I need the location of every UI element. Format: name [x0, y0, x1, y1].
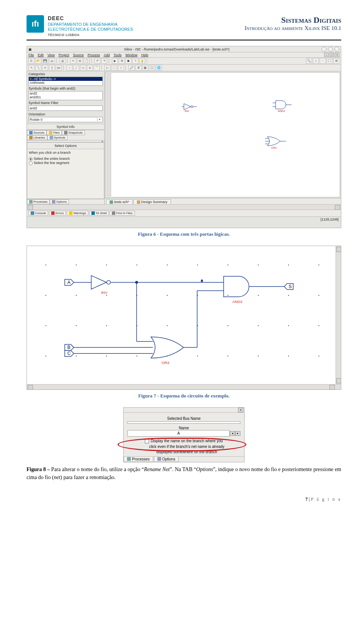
menu-view[interactable]: View [47, 53, 55, 57]
mini-or-gate[interactable]: OR3 [265, 135, 286, 147]
tb-globe-icon[interactable]: 🌐 [156, 65, 162, 71]
radio-line-segment[interactable] [29, 161, 33, 165]
category-item-all[interactable]: <--All Symbols--> [29, 77, 102, 81]
tb-select-icon[interactable]: ↖ [28, 65, 35, 71]
name-input[interactable]: A [127, 430, 230, 437]
symbol-item-and2b1[interactable]: and2b1 [29, 95, 102, 99]
tb-stop-icon[interactable]: ⏹ [126, 58, 132, 64]
opt-tab-options[interactable]: Options [154, 457, 179, 462]
scroll-h[interactable] [27, 384, 341, 389]
schematic-canvas[interactable]: INV AND2 OR3 [105, 72, 340, 197]
tb-undo-icon[interactable]: ↶ [94, 58, 100, 64]
tb-hier-icon[interactable]: ⇵ [135, 65, 141, 71]
menu-help[interactable]: Help [141, 53, 149, 57]
tb-circle-icon[interactable]: ○ [66, 65, 72, 71]
tb-save-icon[interactable]: 💾 [42, 58, 48, 64]
tb-zoom-out-icon[interactable]: － [320, 58, 326, 64]
tb-open-icon[interactable]: 📂 [35, 58, 41, 64]
menu-source[interactable]: Source [73, 53, 84, 57]
tab-warnings[interactable]: Warnings [67, 211, 88, 216]
filter-label: Symbol Name Filter [27, 100, 104, 106]
tb-zoom-area-icon[interactable]: 🔍 [306, 58, 312, 64]
tb-print-icon[interactable]: 🖨 [60, 58, 66, 64]
tb-check-icon[interactable]: ✓ [118, 65, 124, 71]
tab-files[interactable]: Files [47, 130, 62, 135]
radio-entire-branch[interactable] [29, 157, 33, 161]
tb-net-icon[interactable]: ┼ [49, 65, 55, 71]
tb-paste-icon[interactable]: 📋 [84, 58, 90, 64]
tab-options[interactable]: Options [50, 199, 69, 204]
tb-port-icon[interactable]: ▷ [104, 65, 110, 71]
menu-tools[interactable]: Tools [113, 53, 121, 57]
tb-saveall-icon[interactable]: 🗂 [49, 58, 55, 64]
fig8-caption-paragraph: Figura 8 – Para alterar o nome do fio, u… [27, 465, 341, 481]
editor-tabs: teste.sch* Design Summary [105, 198, 341, 204]
menu-add[interactable]: Add [104, 53, 110, 57]
symbols-list[interactable]: and2 and2b1 [28, 91, 103, 100]
mdi-close-button[interactable]: × [335, 53, 339, 57]
tab-libraries[interactable]: Libraries [27, 135, 47, 140]
tb-zoom-full-icon[interactable]: ⊞ [333, 58, 339, 64]
mini-and-gate[interactable]: AND2 [273, 99, 292, 110]
opt-tab-processes[interactable]: Processes [124, 457, 153, 462]
tb-symbol-icon[interactable]: ⬚ [111, 65, 117, 71]
tb-netname-icon[interactable]: ab [56, 65, 62, 71]
header-right: Sistemas Digitais Introdução ao ambiente… [245, 15, 341, 32]
tab-console[interactable]: Console [28, 211, 48, 216]
tb-arc-icon[interactable]: ⌒ [94, 65, 100, 71]
orientation-select[interactable]: Rotate 0▾ [28, 117, 103, 122]
bottom-scroll[interactable] [27, 204, 341, 210]
tb-line-icon[interactable]: ／ [73, 65, 79, 71]
menu-process[interactable]: Process [88, 53, 100, 57]
tab-findfiles[interactable]: Find in Files [110, 211, 135, 216]
spin-right-button[interactable]: ▸ [235, 431, 240, 436]
display-name-checkbox[interactable] [145, 439, 149, 443]
tb-cut-icon[interactable]: ✂ [70, 58, 76, 64]
tb-redo-icon[interactable]: ↷ [101, 58, 107, 64]
selected-bus-input[interactable] [127, 421, 240, 424]
panel-close-button[interactable]: × [238, 408, 243, 412]
symbol-item-and2[interactable]: and2 [29, 91, 102, 95]
tb-wire-icon[interactable]: ╲ [35, 65, 41, 71]
menu-project[interactable]: Project [58, 53, 69, 57]
tb-grid-icon[interactable]: ▦ [142, 65, 148, 71]
mdi-restore-button[interactable]: □ [329, 53, 334, 57]
dropdown-arrow-icon[interactable]: ▾ [97, 118, 102, 121]
tb-info-icon[interactable]: ⓘ [149, 65, 155, 71]
mdi-min-button[interactable]: – [324, 53, 329, 57]
editor-tab-schematic[interactable]: teste.sch* [106, 199, 133, 204]
menu-window[interactable]: Window [125, 53, 137, 57]
tb-impl-icon[interactable]: ⚙ [119, 58, 125, 64]
tb-synth-icon[interactable]: ▶ [112, 58, 118, 64]
menu-file[interactable]: File [28, 53, 34, 57]
menu-edit[interactable]: Edit [38, 53, 44, 57]
maximize-button[interactable] [328, 47, 333, 52]
categories-list[interactable]: <--All Symbols--> Arithmetic [28, 77, 103, 86]
editor-tab-summary[interactable]: Design Summary [133, 199, 171, 204]
tb-zoom-in-icon[interactable]: ＋ [313, 58, 319, 64]
mini-inv-gate[interactable]: INV [182, 103, 197, 110]
spin-left-button[interactable]: ◂ [230, 431, 235, 436]
tab-processes[interactable]: Processes [27, 199, 50, 204]
tab-errors[interactable]: Errors [49, 211, 66, 216]
scroll-v[interactable] [336, 246, 341, 384]
tb-rect-icon[interactable]: ▭ [80, 65, 86, 71]
minimize-button[interactable] [322, 47, 326, 52]
tb-copy-icon[interactable]: ⧉ [77, 58, 83, 64]
tb-help-icon[interactable]: ? [132, 58, 138, 64]
tb-text-icon[interactable]: A [87, 65, 93, 71]
tab-tclshell[interactable]: Tcl Shell [89, 211, 109, 216]
symbol-info-button[interactable]: Symbol Info [27, 124, 104, 130]
category-item-arithmetic[interactable]: Arithmetic [29, 81, 102, 85]
tb-bus-icon[interactable]: ═ [42, 65, 48, 71]
tab-sources[interactable]: Sources [27, 130, 47, 135]
tab-symbols[interactable]: Symbols [47, 135, 68, 140]
tb-find-icon[interactable]: 🔎 [129, 65, 135, 71]
status-bar: [1128,1248] [27, 216, 341, 222]
filter-input[interactable]: and2 [28, 106, 103, 111]
tb-bulb-icon[interactable]: 💡 [139, 58, 145, 64]
tb-new-icon[interactable]: 🗋 [28, 58, 35, 64]
tab-snapshots[interactable]: Snapshots [62, 130, 85, 135]
close-button[interactable] [334, 47, 339, 52]
tb-zoom-fit-icon[interactable]: ⛶ [326, 58, 333, 64]
